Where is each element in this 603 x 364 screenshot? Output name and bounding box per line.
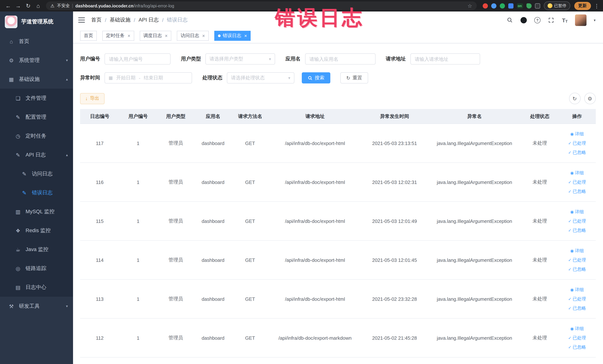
search-button[interactable]: 搜索 xyxy=(302,72,330,83)
refresh-button[interactable]: ↻ xyxy=(569,93,580,104)
tab-close-icon[interactable]: × xyxy=(244,33,247,39)
user-id-input[interactable] xyxy=(104,53,171,65)
row-action-mark-processed[interactable]: ✓已处理 xyxy=(568,333,586,342)
row-action-mark-processed[interactable]: ✓已处理 xyxy=(568,177,586,187)
extension-leaf-icon[interactable] xyxy=(526,3,532,8)
row-action-mark-ignored[interactable]: ✓已忽略 xyxy=(568,265,586,274)
tab-close-icon[interactable]: × xyxy=(202,33,205,39)
extension-red-icon[interactable] xyxy=(483,3,488,8)
tab-scheduled-tasks[interactable]: 定时任务× xyxy=(102,31,134,41)
font-size-icon[interactable]: TT xyxy=(561,17,568,23)
tab-home[interactable]: 首页 xyxy=(80,31,97,41)
request-url-input[interactable] xyxy=(410,53,480,65)
paused-badge[interactable]: 已暂停 xyxy=(544,1,570,10)
browser-home-icon[interactable]: ⌂ xyxy=(34,3,43,9)
avatar-caret-icon[interactable]: ▾ xyxy=(594,18,596,22)
row-action-detail[interactable]: ◉详细 xyxy=(570,324,584,333)
row-action-mark-processed[interactable]: ✓已处理 xyxy=(568,139,586,148)
sidebar-item-api-log[interactable]: ✎API 日志▴ xyxy=(0,145,73,164)
browser-menu-icon[interactable]: ⋮ xyxy=(594,3,599,9)
row-action-mark-ignored[interactable]: ✓已忽略 xyxy=(568,226,586,235)
row-action-mark-processed[interactable]: ✓已处理 xyxy=(568,255,586,265)
github-icon[interactable] xyxy=(520,17,527,23)
extension-blue-grid-icon[interactable] xyxy=(508,3,513,8)
edit-square-icon: ✎ xyxy=(15,152,21,158)
sidebar-item-system-management[interactable]: ⚙系统管理▾ xyxy=(0,51,73,70)
row-action-mark-ignored[interactable]: ✓已忽略 xyxy=(568,148,586,157)
sidebar-item-infrastructure[interactable]: ▦基础设施▴ xyxy=(0,70,73,89)
back-icon[interactable]: ← xyxy=(4,3,13,9)
address-bar[interactable]: ⚠ 不安全 dashboard.yudao.iocoder.cn/infra/l… xyxy=(46,1,476,10)
sidebar-item-scheduled-tasks[interactable]: ◷定时任务 xyxy=(0,127,73,145)
row-action-detail[interactable]: ◉详细 xyxy=(570,168,584,177)
fullscreen-icon[interactable] xyxy=(548,17,555,23)
edit-icon: ✎ xyxy=(15,114,21,120)
app-name-input[interactable] xyxy=(305,53,375,65)
sidebar-item-error-log[interactable]: ✎错误日志 xyxy=(0,183,73,202)
exception-time-range[interactable]: ▦ 开始日期 - 结束日期 xyxy=(104,72,192,83)
security-warning-label[interactable]: 不安全 xyxy=(57,3,70,9)
breadcrumb-item[interactable]: 首页 xyxy=(91,17,102,23)
column-header-time: 异常发生时间 xyxy=(361,109,428,124)
download-icon: ↓ xyxy=(85,96,88,101)
filter-user-id: 用户编号 xyxy=(80,53,171,65)
tab-close-icon[interactable]: × xyxy=(128,33,130,39)
trace-icon: ◎ xyxy=(15,265,21,271)
extension-plug-icon[interactable] xyxy=(535,3,540,8)
header-actions: ? TT ▾ xyxy=(507,14,596,26)
breadcrumb-item[interactable]: 基础设施 xyxy=(110,17,130,23)
row-action-mark-ignored[interactable]: ✓已忽略 xyxy=(568,187,586,196)
sidebar-item-access-log[interactable]: ✎访问日志 xyxy=(0,164,73,183)
reload-icon[interactable]: ↻ xyxy=(24,2,33,9)
tab-access-log[interactable]: 访问日志× xyxy=(177,31,209,41)
check-icon: ✓ xyxy=(568,216,571,226)
cell-exception: java.lang.IllegalArgumentException xyxy=(428,318,521,357)
extension-green-icon[interactable] xyxy=(499,3,505,8)
breadcrumb-item[interactable]: API 日志 xyxy=(139,17,159,23)
row-action-detail[interactable]: ◉详细 xyxy=(570,129,584,139)
sidebar-item-log-center[interactable]: ▤日志中心 xyxy=(0,278,73,297)
sidebar-item-config-management[interactable]: ✎配置管理 xyxy=(0,107,73,127)
column-settings-button[interactable]: ⚙ xyxy=(584,93,596,104)
extension-blue-drop-icon[interactable] xyxy=(491,3,496,8)
forward-icon[interactable]: → xyxy=(14,3,23,9)
row-action-detail[interactable]: ◉详细 xyxy=(570,285,584,294)
process-status-select[interactable]: 请选择处理状态 ▾ xyxy=(227,72,294,83)
cell-log_id: 115 xyxy=(80,201,119,240)
check-icon: ✓ xyxy=(568,226,571,235)
sidebar-item-dev-tools[interactable]: ⚒研发工具▾ xyxy=(0,297,73,316)
sidebar-item-redis-monitor[interactable]: ❖Redis 监控 xyxy=(0,221,73,240)
search-icon[interactable] xyxy=(507,17,513,23)
sidebar-item-home[interactable]: ⌂首页 xyxy=(0,32,73,51)
sidebar-item-file-management[interactable]: ❏文件管理 xyxy=(0,89,73,107)
tab-close-icon[interactable]: × xyxy=(165,33,168,39)
redis-icon: ❖ xyxy=(15,227,21,234)
export-button[interactable]: ↓ 导出 xyxy=(80,93,104,104)
avatar[interactable] xyxy=(575,14,587,26)
reset-button[interactable]: ↻ 重置 xyxy=(340,72,368,83)
row-action-label: 已处理 xyxy=(573,216,586,226)
row-action-detail[interactable]: ◉详细 xyxy=(570,246,584,255)
extension-on-badge[interactable]: on xyxy=(517,3,523,8)
logo[interactable]: 芋道管理系统 xyxy=(0,12,73,32)
sidebar-item-label: 错误日志 xyxy=(32,189,53,196)
help-icon[interactable]: ? xyxy=(534,17,541,23)
filter-form: 用户编号 用户类型 请选择用户类型 ▾ 应用名 请求地址 xyxy=(80,53,596,83)
row-action-mark-ignored[interactable]: ✓已忽略 xyxy=(568,342,586,352)
row-action-mark-processed[interactable]: ✓已处理 xyxy=(568,216,586,226)
tab-error-log[interactable]: 错误日志× xyxy=(214,31,251,41)
cell-actions: ◉详细✓已处理✓已忽略 xyxy=(558,240,596,280)
row-action-detail[interactable]: ◉详细 xyxy=(570,207,584,216)
bookmark-star-icon[interactable]: ☆ xyxy=(467,3,472,9)
menu-fold-icon[interactable] xyxy=(78,17,85,23)
update-button[interactable]: 更新 xyxy=(574,2,591,10)
sidebar-item-link-tracing[interactable]: ◎链路追踪 xyxy=(0,259,73,278)
user-type-select[interactable]: 请选择用户类型 ▾ xyxy=(205,53,275,65)
row-action-label: 详细 xyxy=(575,285,584,294)
sidebar-item-java-monitor[interactable]: ☕Java 监控 xyxy=(0,240,73,259)
url-text[interactable]: dashboard.yudao.iocoder.cn/infra/log/api… xyxy=(75,3,465,8)
row-action-mark-processed[interactable]: ✓已处理 xyxy=(568,294,586,304)
row-action-mark-ignored[interactable]: ✓已忽略 xyxy=(568,304,586,313)
tab-schedule-log[interactable]: 调度日志× xyxy=(139,31,171,41)
sidebar-item-mysql-monitor[interactable]: ▥MySQL 监控 xyxy=(0,202,73,221)
